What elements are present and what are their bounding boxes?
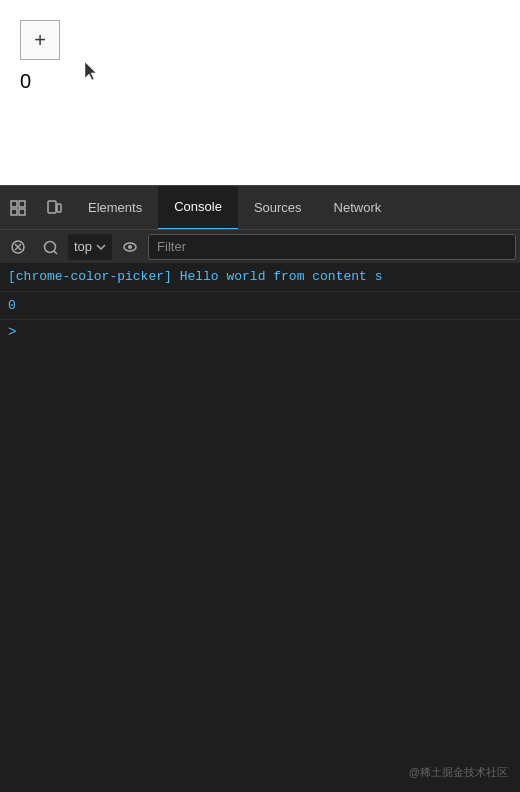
svg-rect-2 bbox=[11, 209, 17, 215]
console-output: [chrome-color-picker] Hello world from c… bbox=[0, 263, 520, 792]
svg-point-12 bbox=[128, 245, 132, 249]
console-log-line: [chrome-color-picker] Hello world from c… bbox=[0, 263, 520, 292]
console-value-text: 0 bbox=[8, 296, 16, 316]
svg-rect-1 bbox=[19, 201, 25, 207]
tab-network[interactable]: Network bbox=[318, 186, 398, 230]
chevron-down-icon bbox=[96, 244, 106, 250]
cursor-icon bbox=[85, 62, 99, 80]
tab-sources[interactable]: Sources bbox=[238, 186, 318, 230]
filter-icon[interactable] bbox=[36, 233, 64, 261]
eye-icon[interactable] bbox=[116, 233, 144, 261]
console-log-text: [chrome-color-picker] Hello world from c… bbox=[8, 267, 382, 287]
watermark: @稀土掘金技术社区 bbox=[409, 765, 508, 780]
svg-rect-4 bbox=[48, 201, 56, 213]
devtools-panel: Elements Console Sources Network bbox=[0, 185, 520, 792]
prompt-symbol: > bbox=[8, 324, 16, 340]
tab-elements[interactable]: Elements bbox=[72, 186, 158, 230]
tab-console[interactable]: Console bbox=[158, 186, 238, 230]
device-icon[interactable] bbox=[36, 186, 72, 230]
inspect-icon[interactable] bbox=[0, 186, 36, 230]
svg-rect-5 bbox=[57, 204, 61, 212]
svg-point-9 bbox=[45, 241, 56, 252]
console-value-line: 0 bbox=[0, 292, 520, 321]
context-selector[interactable]: top bbox=[68, 234, 112, 260]
browser-viewport: + 0 bbox=[0, 0, 520, 185]
counter-button[interactable]: + bbox=[20, 20, 60, 60]
console-toolbar: top bbox=[0, 229, 520, 263]
counter-value: 0 bbox=[20, 70, 31, 93]
console-prompt-line[interactable]: > bbox=[0, 320, 520, 344]
svg-line-10 bbox=[54, 251, 57, 254]
devtools-tab-bar: Elements Console Sources Network bbox=[0, 185, 520, 229]
filter-input[interactable] bbox=[148, 234, 516, 260]
clear-console-icon[interactable] bbox=[4, 233, 32, 261]
svg-rect-0 bbox=[11, 201, 17, 207]
svg-rect-3 bbox=[19, 209, 25, 215]
